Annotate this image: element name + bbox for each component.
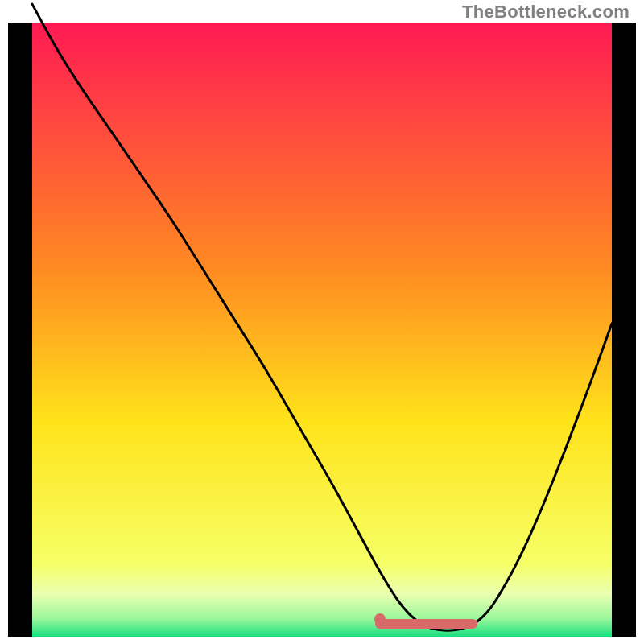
optimal-start-dot [374,613,386,625]
curve-svg [32,23,612,637]
plot-area [8,23,636,637]
chart-container: TheBottleneck.com [0,0,644,644]
watermark-text: TheBottleneck.com [462,2,630,23]
bottleneck-curve [32,4,612,630]
